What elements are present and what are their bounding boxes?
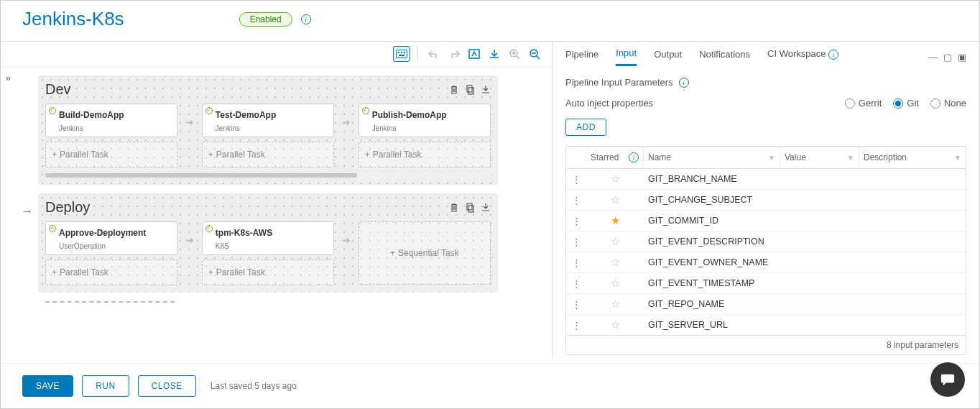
task-card[interactable]: Approve-Deployment UserOperation [45,221,177,255]
col-value[interactable]: Value▼ [780,147,859,168]
import-icon[interactable] [481,203,491,213]
tab-input[interactable]: Input [616,47,637,66]
param-desc [859,238,966,245]
info-icon[interactable]: i [301,14,311,24]
task-card[interactable]: Test-DemoApp Jenkins [202,104,334,137]
radio-gerrit[interactable]: Gerrit [845,98,882,109]
parallel-task-slot[interactable]: +Parallel Task [45,142,177,167]
row-menu-icon[interactable]: ⋮ [566,275,586,293]
parallel-task-slot[interactable]: +Parallel Task [359,142,491,167]
task-card[interactable]: tpm-K8s-AWS K8S [202,221,334,255]
radio-git[interactable]: Git [893,98,919,109]
table-row[interactable]: ⋮★GIT_COMMIT_ID [566,211,966,231]
star-icon[interactable]: ★ [586,211,644,231]
status-badge[interactable]: Enabled [239,12,292,27]
stage-scrollbar[interactable] [45,173,491,178]
tab-notifications[interactable]: Notifications [699,49,750,65]
table-row[interactable]: ⋮☆GIT_EVENT_DESCRIPTION [566,231,966,252]
stage-actions [449,203,491,213]
undo-icon[interactable] [425,46,443,62]
add-button[interactable]: ADD [565,119,606,136]
star-icon[interactable]: ☆ [586,315,644,335]
task-card[interactable]: Build-DemoApp Jenkins [45,104,177,137]
row-menu-icon[interactable]: ⋮ [566,233,586,251]
download-icon[interactable] [486,46,503,62]
col-name[interactable]: Name▼ [644,147,780,168]
star-icon[interactable]: ☆ [586,169,644,189]
connector-icon: ➜ [340,104,352,141]
run-button[interactable]: RUN [82,375,129,397]
param-name: GIT_EVENT_OWNER_NAME [644,254,780,271]
table-row[interactable]: ⋮☆GIT_SERVER_URL [566,315,966,335]
stage-deploy[interactable]: Deploy Approve-Deploymen [38,193,498,293]
table-footer: 8 input parameters [566,335,966,354]
table-row[interactable]: ⋮☆GIT_REPO_NAME [566,294,966,315]
param-desc [859,259,966,266]
copy-icon[interactable] [465,203,475,213]
task-col: tpm-K8s-AWS K8S +Parallel Task [202,221,334,285]
minimize-icon[interactable]: — [928,52,938,63]
table-row[interactable]: ⋮☆GIT_CHANGE_SUBJECT [566,190,966,211]
zoom-in-icon[interactable] [506,46,523,62]
row-menu-icon[interactable]: ⋮ [566,191,586,209]
keyboard-icon[interactable] [393,46,410,62]
task-name: Approve-Deployment [59,228,170,238]
info-icon: i [828,50,838,60]
canvas-scroll[interactable]: Dev Build-DemoApp [15,67,552,359]
col-starred[interactable]: Starred i [586,147,644,168]
star-icon[interactable]: ☆ [586,294,644,314]
tasks-row: Approve-Deployment UserOperation +Parall… [45,221,491,285]
param-name: GIT_BRANCH_NAME [644,170,780,188]
import-icon[interactable] [481,85,491,95]
table-row[interactable]: ⋮☆GIT_EVENT_TIMESTAMP [566,273,966,294]
tab-output[interactable]: Output [654,49,682,65]
parallel-task-slot[interactable]: +Parallel Task [202,259,334,285]
delete-icon[interactable] [449,85,459,95]
close-button[interactable]: CLOSE [138,375,196,397]
row-menu-icon[interactable]: ⋮ [566,254,586,272]
filter-icon: ▼ [768,154,775,162]
star-icon[interactable]: ☆ [586,252,644,272]
task-card[interactable]: Publish-DemoApp Jenkins [359,104,491,137]
row-menu-icon[interactable]: ⋮ [566,212,586,230]
check-icon [49,107,56,114]
star-icon[interactable]: ☆ [586,273,644,293]
row-menu-icon[interactable]: ⋮ [566,170,586,188]
svg-rect-2 [401,52,402,53]
task-type: Jenkins [216,124,326,132]
auto-inject-label: Auto inject properties [565,98,653,109]
restore-icon[interactable]: ▢ [943,52,952,63]
row-menu-icon[interactable]: ⋮ [566,316,586,334]
parallel-task-slot[interactable]: +Parallel Task [45,259,177,285]
maximize-icon[interactable]: ▣ [958,52,966,63]
save-button[interactable]: SAVE [22,375,73,397]
row-menu-icon[interactable]: ⋮ [566,295,586,313]
zoom-out-icon[interactable] [526,46,543,62]
star-icon[interactable]: ☆ [586,231,644,252]
param-desc [859,217,966,224]
copy-icon[interactable] [465,85,475,95]
table-header: Starred i Name▼ Value▼ Description▼ [566,147,966,169]
table-row[interactable]: ⋮☆GIT_BRANCH_NAME [566,169,966,190]
stage-dev[interactable]: Dev Build-DemoApp [38,75,498,185]
parallel-task-slot[interactable]: +Parallel Task [202,142,334,167]
radio-none[interactable]: None [930,98,966,109]
col-description[interactable]: Description▼ [859,147,966,168]
tab-ci-workspace[interactable]: CI Workspace i [767,48,838,65]
check-icon [205,225,213,232]
connector-icon: ➜ [183,104,195,141]
delete-icon[interactable] [449,203,459,213]
star-icon[interactable]: ☆ [586,190,644,210]
table-row[interactable]: ⋮☆GIT_EVENT_OWNER_NAME [566,252,966,273]
svg-rect-8 [467,86,472,92]
expand-handle-icon[interactable]: » [1,67,15,359]
tab-pipeline[interactable]: Pipeline [565,49,598,65]
redo-icon[interactable] [445,46,463,62]
check-icon [362,107,369,114]
param-value [780,238,859,245]
sequential-task-slot[interactable]: +Sequential Task [359,221,491,285]
info-icon[interactable]: i [679,78,689,88]
chat-icon[interactable] [930,362,965,397]
svg-rect-0 [397,50,407,58]
fit-screen-icon[interactable] [466,46,483,62]
